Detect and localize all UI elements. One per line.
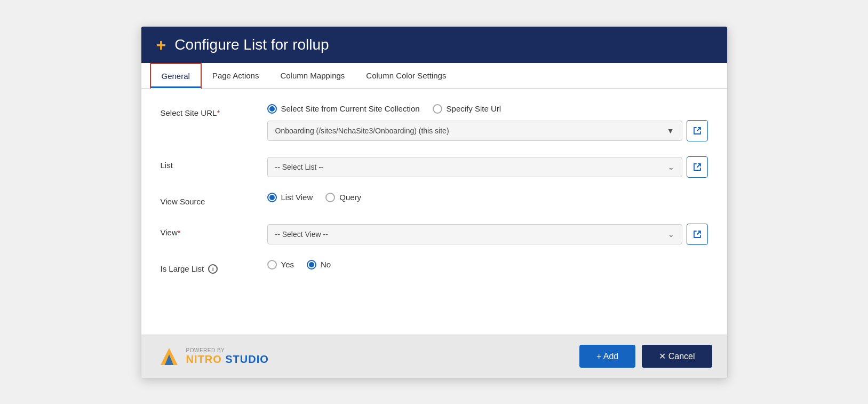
radio-list-view-selected-indicator xyxy=(267,193,277,202)
view-external-link-button[interactable] xyxy=(687,224,708,245)
site-url-dropdown-row: Onboarding (/sites/NehaSite3/Onboarding)… xyxy=(267,120,708,141)
dialog-footer: Powered by NITRO STUDIO + Add ✕ Cancel xyxy=(141,335,727,378)
radio-yes-unselected-indicator xyxy=(267,260,277,270)
add-button[interactable]: + Add xyxy=(579,345,635,368)
view-control: -- Select View -- ⌄ xyxy=(267,224,708,245)
chevron-down-icon: ▼ xyxy=(667,126,674,135)
external-link-icon xyxy=(693,230,702,239)
external-link-icon xyxy=(693,126,702,135)
site-url-external-link-button[interactable] xyxy=(687,120,708,141)
radio-yes[interactable]: Yes xyxy=(267,260,294,270)
tab-column-mappings[interactable]: Column Mappings xyxy=(269,63,355,88)
view-source-label: View Source xyxy=(161,193,267,206)
footer-buttons: + Add ✕ Cancel xyxy=(579,345,712,368)
is-large-list-radio-group: Yes No xyxy=(267,260,708,270)
radio-query[interactable]: Query xyxy=(325,193,361,202)
radio-query-unselected-indicator xyxy=(325,193,335,202)
site-url-radio-group: Select Site from Current Site Collection… xyxy=(267,104,708,114)
list-dropdown-row: -- Select List -- ⌄ xyxy=(267,156,708,178)
view-row: View* -- Select View -- ⌄ xyxy=(161,224,708,245)
list-label: List xyxy=(161,156,267,170)
tab-page-actions[interactable]: Page Actions xyxy=(202,63,270,88)
view-source-row: View Source List View Query xyxy=(161,193,708,209)
tab-general[interactable]: General xyxy=(150,63,202,89)
site-url-dropdown[interactable]: Onboarding (/sites/NehaSite3/Onboarding)… xyxy=(267,121,682,141)
brand-section: Powered by NITRO STUDIO xyxy=(156,344,269,369)
radio-specify-site-unselected-indicator xyxy=(433,104,442,114)
select-site-url-control: Select Site from Current Site Collection… xyxy=(267,104,708,141)
chevron-down-icon: ⌄ xyxy=(668,163,674,171)
view-dropdown-row: -- Select View -- ⌄ xyxy=(267,224,708,245)
plus-icon: + xyxy=(156,36,166,53)
tab-column-color-settings[interactable]: Column Color Settings xyxy=(355,63,457,88)
external-link-icon xyxy=(693,163,702,171)
radio-list-view[interactable]: List View xyxy=(267,193,313,202)
list-external-link-button[interactable] xyxy=(687,156,708,178)
view-source-radio-group: List View Query xyxy=(267,193,708,202)
chevron-down-icon: ⌄ xyxy=(668,230,674,239)
select-site-url-row: Select Site URL* Select Site from Curren… xyxy=(161,104,708,141)
info-icon[interactable]: i xyxy=(208,264,218,274)
dialog-header: + Configure List for rollup xyxy=(141,27,727,63)
radio-specify-site-url[interactable]: Specify Site Url xyxy=(433,104,501,114)
is-large-list-label: Is Large List i xyxy=(161,260,267,274)
list-row: List -- Select List -- ⌄ xyxy=(161,156,708,178)
powered-by-text: Powered by xyxy=(186,347,269,353)
tabs-bar: General Page Actions Column Mappings Col… xyxy=(141,63,727,89)
radio-no[interactable]: No xyxy=(307,260,331,270)
is-large-list-row: Is Large List i Yes No xyxy=(161,260,708,276)
form-content: Select Site URL* Select Site from Curren… xyxy=(141,89,727,335)
cancel-button[interactable]: ✕ Cancel xyxy=(642,345,712,368)
configure-list-dialog: + Configure List for rollup General Page… xyxy=(141,26,728,378)
radio-current-site-selected-indicator xyxy=(267,104,277,114)
list-dropdown[interactable]: -- Select List -- ⌄ xyxy=(267,157,682,177)
nitro-studio-logo xyxy=(156,344,182,369)
radio-no-selected-indicator xyxy=(307,260,316,270)
list-control: -- Select List -- ⌄ xyxy=(267,156,708,178)
select-site-url-label: Select Site URL* xyxy=(161,104,267,117)
view-label: View* xyxy=(161,224,267,237)
view-dropdown[interactable]: -- Select View -- ⌄ xyxy=(267,224,682,244)
radio-current-site-collection[interactable]: Select Site from Current Site Collection xyxy=(267,104,420,114)
dialog-title: Configure List for rollup xyxy=(174,36,329,53)
brand-name: NITRO STUDIO xyxy=(186,353,269,366)
view-source-control: List View Query xyxy=(267,193,708,209)
is-large-list-control: Yes No xyxy=(267,260,708,276)
brand-text: Powered by NITRO STUDIO xyxy=(186,347,269,366)
